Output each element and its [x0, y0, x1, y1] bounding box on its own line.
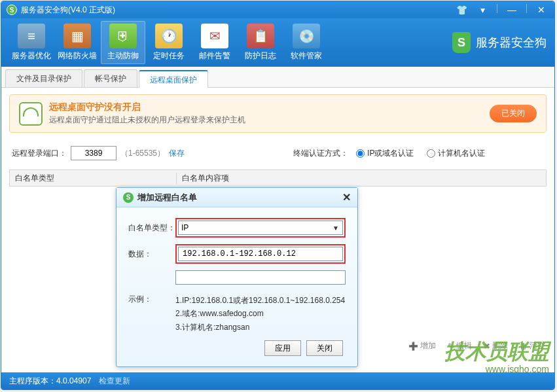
wifi-shield-icon — [19, 102, 43, 126]
version-text: 主程序版本：4.0.04907 — [9, 376, 91, 387]
tool-firewall[interactable]: ▦ 网络防火墙 — [55, 21, 99, 64]
alert-panel: 远程桌面守护没有开启 远程桌面守护通过阻止未授权的用户远程登录来保护主机 已关闭 — [9, 94, 547, 133]
col-type: 白名单类型 — [10, 173, 177, 184]
port-range-hint: （1-65535） — [120, 148, 165, 159]
main-window: S 服务器安全狗(V4.0 正式版) 👕 ▾ — ✕ ≡ 服务器优化 ▦ 网络防… — [1, 1, 555, 390]
radio-hostname-input[interactable] — [427, 149, 435, 158]
minimize-button[interactable]: — — [504, 4, 520, 16]
clock-icon: 🕐 — [155, 24, 183, 48]
log-icon: 📋 — [247, 24, 274, 48]
examples-block: 示例： 1.IP:192.168.0.1或者192.168.0.1~192.16… — [128, 294, 346, 334]
server-icon: ≡ — [18, 24, 45, 48]
data-highlight — [175, 244, 346, 264]
example-item: 2.域名:www.safedog.com — [175, 307, 345, 320]
tab-file-protection[interactable]: 文件及目录保护 — [5, 69, 82, 87]
window-controls: 👕 ▾ — ✕ — [454, 4, 549, 16]
dialog-title-text: 增加远程白名单 — [137, 192, 197, 204]
tool-label: 防护日志 — [245, 50, 276, 62]
content-area: 远程桌面守护没有开启 远程桌面守护通过阻止未授权的用户远程登录来保护主机 已关闭… — [1, 88, 554, 193]
example-item: 1.IP:192.168.0.1或者192.168.0.1~192.168.0.… — [175, 294, 345, 307]
radio-label: 计算机名认证 — [438, 148, 485, 159]
check-update-link[interactable]: 检查更新 — [99, 376, 130, 387]
brand-shield-icon: S — [452, 32, 471, 53]
tool-protection-log[interactable]: 📋 防护日志 — [238, 21, 283, 64]
close-button[interactable]: 关闭 — [306, 340, 343, 356]
brand: S 服务器安全狗 — [452, 32, 547, 53]
radio-ip-domain-input[interactable] — [356, 149, 365, 158]
separator — [497, 4, 497, 13]
software-icon: 💿 — [293, 24, 320, 48]
alert-title: 远程桌面守护没有开启 — [49, 101, 490, 113]
tool-server-optimize[interactable]: ≡ 服务器优化 — [9, 21, 54, 64]
tool-label: 服务器优化 — [12, 50, 51, 62]
toolbar: ≡ 服务器优化 ▦ 网络防火墙 ⛨ 主动防御 🕐 定时任务 ✉ 邮件告警 📋 防… — [1, 18, 554, 67]
dropdown-icon[interactable]: ▾ — [475, 4, 490, 16]
add-button[interactable]: ➕ 增加 — [408, 340, 436, 351]
port-label: 远程登录端口： — [12, 148, 67, 159]
dialog-titlebar: S 增加远程白名单 ✕ — [117, 188, 357, 207]
tool-software-manager[interactable]: 💿 软件管家 — [284, 21, 329, 64]
whitelist-header: 白名单类型 白名单内容项 — [9, 169, 547, 187]
dialog-body: 白名单类型： ▼ 数据： 示例： 1.IP:192.168.0.1或者1 — [117, 207, 357, 366]
example-list: 1.IP:192.168.0.1或者192.168.0.1~192.168.0.… — [175, 294, 345, 334]
add-whitelist-dialog: S 增加远程白名单 ✕ 白名单类型： ▼ 数据： — [116, 187, 358, 367]
col-content: 白名单内容项 — [177, 173, 546, 184]
radio-ip-domain[interactable]: IP或域名认证 — [356, 148, 414, 159]
separator — [526, 4, 527, 13]
type-label: 白名单类型： — [128, 223, 175, 234]
tool-mail-alert[interactable]: ✉ 邮件告警 — [192, 21, 237, 64]
auth-method-label: 终端认证方式： — [293, 148, 348, 159]
type-highlight: ▼ — [175, 218, 346, 238]
alert-text: 远程桌面守护没有开启 远程桌面守护通过阻止未授权的用户远程登录来保护主机 — [49, 101, 490, 126]
save-link[interactable]: 保存 — [169, 148, 185, 159]
close-button[interactable]: ✕ — [533, 4, 549, 16]
port-config-row: 远程登录端口： （1-65535） 保存 终端认证方式： IP或域名认证 计算机… — [9, 142, 547, 169]
dialog-icon: S — [123, 192, 134, 203]
tool-label: 软件管家 — [291, 50, 322, 62]
example-label: 示例： — [128, 294, 175, 334]
titlebar: S 服务器安全狗(V4.0 正式版) 👕 ▾ — ✕ — [1, 1, 554, 18]
sub-tabbar: 文件及目录保护 帐号保护 远程桌面保护 — [1, 67, 554, 88]
port-input[interactable] — [71, 146, 117, 160]
app-icon: S — [7, 5, 17, 15]
tool-active-defense[interactable]: ⛨ 主动防御 — [101, 21, 145, 64]
example-item: 3.计算机名:zhangsan — [175, 321, 345, 334]
alert-desc: 远程桌面守护通过阻止未授权的用户远程登录来保护主机 — [49, 115, 490, 126]
tool-scheduled-tasks[interactable]: 🕐 定时任务 — [147, 21, 191, 64]
data-input[interactable] — [178, 247, 343, 261]
blank-field[interactable] — [175, 270, 346, 285]
statusbar: 主程序版本：4.0.04907 检查更新 — [1, 372, 554, 389]
data-row: 数据： — [128, 244, 346, 264]
shield-icon: ⛨ — [109, 24, 137, 48]
mail-icon: ✉ — [201, 24, 228, 48]
tool-label: 网络防火墙 — [58, 50, 97, 62]
apply-button[interactable]: 应用 — [264, 340, 301, 356]
tool-label: 主动防御 — [107, 50, 139, 62]
type-select[interactable] — [178, 221, 343, 235]
dialog-footer: 应用 关闭 — [128, 340, 346, 359]
firewall-icon: ▦ — [63, 24, 91, 48]
dialog-close-button[interactable]: ✕ — [342, 191, 351, 204]
radio-hostname[interactable]: 计算机名认证 — [427, 148, 485, 159]
tab-account-protection[interactable]: 帐号保护 — [84, 69, 137, 87]
watermark: 技术员联盟 www.jsgho.com — [444, 341, 549, 374]
radio-label: IP或域名认证 — [367, 148, 414, 159]
brand-text: 服务器安全狗 — [476, 35, 547, 50]
app-title: 服务器安全狗(V4.0 正式版) — [21, 5, 454, 16]
data-label: 数据： — [128, 249, 175, 260]
tool-label: 定时任务 — [153, 50, 185, 62]
toggle-closed-button[interactable]: 已关闭 — [490, 105, 537, 122]
type-row: 白名单类型： ▼ — [128, 218, 346, 238]
tool-label: 邮件告警 — [199, 50, 230, 62]
watermark-text: 技术员联盟 — [444, 340, 549, 363]
shirt-icon[interactable]: 👕 — [454, 4, 469, 16]
tab-remote-desktop[interactable]: 远程桌面保护 — [139, 70, 208, 88]
